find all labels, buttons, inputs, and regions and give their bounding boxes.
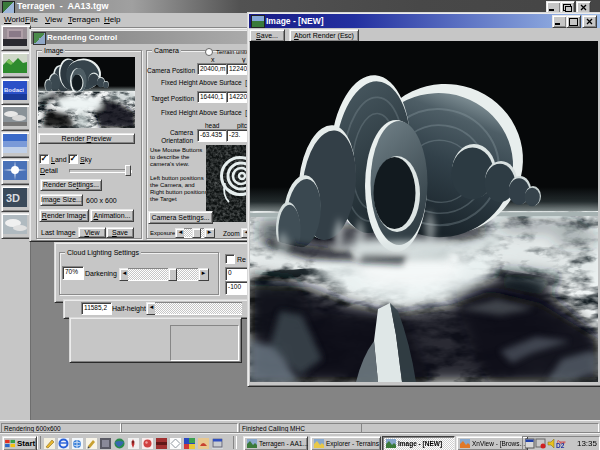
svg-text:Bodaci: Bodaci: [4, 87, 24, 93]
svg-text:3D: 3D: [6, 192, 20, 204]
svg-text:D2: D2: [556, 442, 565, 449]
